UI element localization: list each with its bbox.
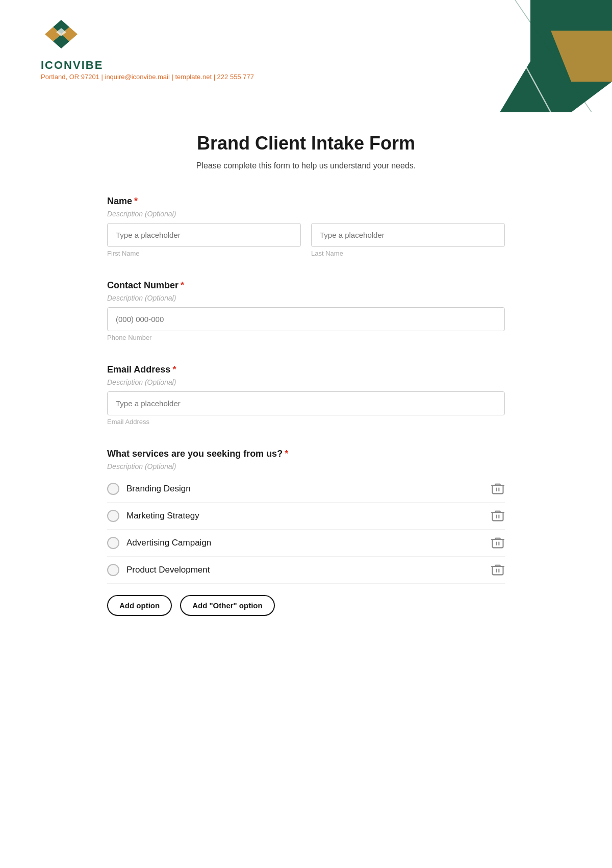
- list-item: Advertising Campaign: [107, 530, 505, 557]
- radio-branding[interactable]: [107, 483, 119, 495]
- option-branding-label: Branding Design: [126, 484, 191, 494]
- last-name-input[interactable]: [311, 223, 505, 247]
- add-options-row: Add option Add "Other" option: [107, 595, 505, 616]
- list-item: Branding Design: [107, 476, 505, 503]
- option-product-label: Product Development: [126, 565, 210, 575]
- services-description: Description (Optional): [107, 462, 505, 470]
- radio-options-list: Branding Design Marketing Strategy: [107, 476, 505, 584]
- logo-area: ICONVIBE Portland, OR 97201 | inquire@ic…: [41, 15, 254, 81]
- list-item: Product Development: [107, 557, 505, 584]
- contact-description: Description (Optional): [107, 294, 505, 302]
- delete-marketing-icon[interactable]: [491, 509, 505, 523]
- name-description: Description (Optional): [107, 210, 505, 218]
- radio-product[interactable]: [107, 564, 119, 576]
- delete-advertising-icon[interactable]: [491, 536, 505, 550]
- services-section: What services are you seeking from us?* …: [107, 449, 505, 616]
- option-product-left: Product Development: [107, 564, 210, 576]
- name-label: Name*: [107, 196, 505, 207]
- email-hint: Email Address: [107, 418, 505, 426]
- form-title: Brand Client Intake Form: [107, 133, 505, 154]
- delete-product-icon[interactable]: [491, 563, 505, 577]
- main-content: Brand Client Intake Form Please complete…: [76, 112, 536, 680]
- name-section: Name* Description (Optional) First Name …: [107, 196, 505, 257]
- required-star-contact: *: [181, 280, 184, 290]
- svg-rect-30: [493, 566, 503, 575]
- phone-hint: Phone Number: [107, 334, 505, 341]
- list-item: Marketing Strategy: [107, 503, 505, 530]
- option-marketing-label: Marketing Strategy: [126, 511, 199, 521]
- brand-contact: Portland, OR 97201 | inquire@iconvibe.ma…: [41, 73, 254, 81]
- phone-input[interactable]: [107, 307, 505, 331]
- email-section: Email Address* Description (Optional) Em…: [107, 364, 505, 426]
- radio-marketing[interactable]: [107, 510, 119, 522]
- contact-label: Contact Number*: [107, 280, 505, 291]
- header-decoration: [449, 0, 612, 112]
- required-star: *: [134, 196, 138, 206]
- contact-section: Contact Number* Description (Optional) P…: [107, 280, 505, 341]
- last-name-hint: Last Name: [311, 250, 505, 257]
- option-marketing-left: Marketing Strategy: [107, 510, 199, 522]
- first-name-col: First Name: [107, 223, 301, 257]
- first-name-hint: First Name: [107, 250, 301, 257]
- email-label: Email Address*: [107, 364, 505, 375]
- radio-advertising[interactable]: [107, 537, 119, 549]
- required-star-services: *: [285, 449, 288, 459]
- delete-branding-icon[interactable]: [491, 482, 505, 496]
- svg-rect-23: [493, 539, 503, 548]
- svg-rect-16: [493, 512, 503, 520]
- add-option-button[interactable]: Add option: [107, 595, 172, 616]
- form-subtitle: Please complete this form to help us und…: [107, 161, 505, 170]
- email-description: Description (Optional): [107, 378, 505, 386]
- required-star-email: *: [172, 364, 176, 375]
- name-fields-row: First Name Last Name: [107, 223, 505, 257]
- option-advertising-left: Advertising Campaign: [107, 537, 211, 549]
- page-header: ICONVIBE Portland, OR 97201 | inquire@ic…: [0, 0, 612, 112]
- email-input[interactable]: [107, 391, 505, 415]
- svg-rect-9: [493, 485, 503, 493]
- option-advertising-label: Advertising Campaign: [126, 538, 211, 548]
- last-name-col: Last Name: [311, 223, 505, 257]
- brand-name: ICONVIBE: [41, 59, 254, 72]
- option-branding-left: Branding Design: [107, 483, 191, 495]
- add-other-option-button[interactable]: Add "Other" option: [180, 595, 275, 616]
- first-name-input[interactable]: [107, 223, 301, 247]
- services-label: What services are you seeking from us?*: [107, 449, 505, 459]
- logo-icon: [41, 15, 82, 54]
